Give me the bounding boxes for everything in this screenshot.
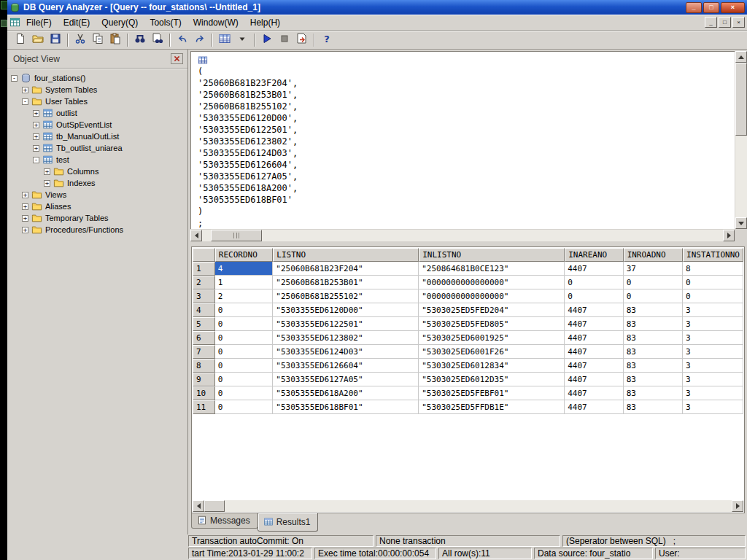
cut-button[interactable] <box>71 32 89 48</box>
expand-icon[interactable]: + <box>22 192 28 198</box>
grid-cell[interactable]: 0 <box>215 331 274 345</box>
grid-cell[interactable]: "0000000000000000" <box>419 289 565 303</box>
scrollbar-thumb[interactable] <box>735 63 747 136</box>
grid-cell[interactable]: 83 <box>624 359 683 373</box>
execute-script-button[interactable] <box>293 32 311 48</box>
scroll-down-button[interactable] <box>735 217 747 229</box>
find-next-button[interactable] <box>149 32 166 48</box>
tree-item-temporary-tables[interactable]: +Temporary Tables <box>11 212 186 224</box>
grid-cell[interactable]: 0 <box>624 276 683 289</box>
grid-cell[interactable]: 0 <box>215 386 274 400</box>
expand-icon[interactable]: + <box>44 180 50 187</box>
grid-cell[interactable]: "250864681B0CE123" <box>419 262 565 276</box>
row-number[interactable]: 5 <box>193 317 215 331</box>
grid-cell[interactable]: 4407 <box>565 303 623 317</box>
menu-item-file[interactable]: File(F) <box>20 15 58 30</box>
expand-icon[interactable]: + <box>44 168 50 175</box>
scrollbar-thumb[interactable] <box>211 230 262 241</box>
grid-cell[interactable]: "25060B681B23F204" <box>273 262 419 276</box>
grid-cell[interactable]: 4407 <box>565 359 623 373</box>
editor-vertical-scrollbar[interactable] <box>735 51 747 229</box>
grid-cell[interactable]: 37 <box>624 262 683 276</box>
grid-cell[interactable]: "5303025ED5FFDB1E" <box>419 400 565 414</box>
grid-cell[interactable]: 3 <box>683 331 743 345</box>
row-number[interactable]: 4 <box>193 303 215 317</box>
row-number[interactable]: 3 <box>193 289 215 303</box>
row-number[interactable]: 1 <box>193 262 215 276</box>
menu-item-query[interactable]: Query(Q) <box>96 15 144 30</box>
grid-cell[interactable]: "5303025ED5FEBF01" <box>419 386 565 400</box>
grid-cell[interactable]: 3 <box>683 373 743 386</box>
tree-item-outlist[interactable]: +outlist <box>11 107 186 119</box>
grid-cell[interactable]: "5303355ED6120D00" <box>273 303 419 317</box>
grid-cell[interactable]: "5303025ED5FED204" <box>419 303 565 317</box>
grid-cell[interactable]: 83 <box>624 373 683 386</box>
dropdown-arrow-button[interactable] <box>233 32 251 48</box>
grid-cell[interactable]: 0 <box>215 400 274 414</box>
paste-button[interactable] <box>107 32 124 48</box>
grid-cell[interactable]: "5303025ED6001925" <box>419 331 565 345</box>
grid-cell[interactable]: 2 <box>215 289 274 303</box>
tree-item-views[interactable]: +Views <box>11 189 186 201</box>
grid-cell[interactable]: 0 <box>215 373 274 386</box>
tree-item-columns[interactable]: +Columns <box>11 166 186 177</box>
scroll-left-button[interactable] <box>193 500 204 512</box>
mdi-minimize-button[interactable]: _ <box>705 17 717 28</box>
tree-item-aliases[interactable]: +Aliases <box>11 201 186 212</box>
grid-cell[interactable]: "5305355ED618BF01" <box>273 400 419 414</box>
grid-cell[interactable]: "5303025ED6012D35" <box>419 373 565 386</box>
table-grid-button[interactable] <box>216 32 233 48</box>
tree-item-tb-outlist-uniarea[interactable]: +Tb_outlist_uniarea <box>11 142 186 154</box>
expand-icon[interactable]: + <box>33 122 39 128</box>
tree-item-procedures-functions[interactable]: +Procedures/Functions <box>11 224 186 236</box>
grid-cell[interactable]: 0 <box>683 289 743 303</box>
scroll-up-button[interactable] <box>735 51 747 63</box>
row-number[interactable]: 2 <box>193 276 215 289</box>
mdi-restore-button[interactable]: □ <box>719 17 731 28</box>
grid-cell[interactable]: 83 <box>624 386 683 400</box>
menu-item-window[interactable]: Window(W) <box>187 15 244 30</box>
row-number[interactable]: 10 <box>193 386 215 400</box>
collapse-icon[interactable]: - <box>33 157 39 163</box>
minimize-button[interactable]: _ <box>686 2 702 13</box>
tree-item-indexes[interactable]: +Indexes <box>11 177 186 189</box>
tree-item-four-stations[interactable]: -four_stations() <box>11 72 186 84</box>
editor-horizontal-scrollbar[interactable] <box>190 230 735 241</box>
grid-cell[interactable]: 3 <box>683 317 743 331</box>
grid-cell[interactable]: 4407 <box>565 373 623 386</box>
close-object-view-button[interactable] <box>171 53 183 64</box>
row-number[interactable]: 7 <box>193 345 215 359</box>
grid-cell[interactable]: 3 <box>683 359 743 373</box>
column-header-instationno[interactable]: INSTATIONNO <box>683 248 743 262</box>
tree-item-system-tables[interactable]: +System Tables <box>11 84 186 96</box>
mdi-close-button[interactable]: × <box>732 17 745 28</box>
grid-cell[interactable]: 0 <box>215 303 274 317</box>
grid-corner[interactable] <box>193 248 215 262</box>
grid-cell[interactable]: 4407 <box>565 345 623 359</box>
grid-cell[interactable]: 0 <box>215 317 274 331</box>
grid-cell[interactable]: "5303355ED6126604" <box>273 359 419 373</box>
save-button[interactable] <box>47 32 64 48</box>
copy-button[interactable] <box>89 32 107 48</box>
row-number[interactable]: 9 <box>193 373 215 386</box>
sql-editor[interactable]: ('25060B681B23F204','25060B681B253B01','… <box>190 51 735 229</box>
menu-item-edit[interactable]: Edit(E) <box>58 15 96 30</box>
expand-icon[interactable]: + <box>22 87 28 93</box>
grid-cell[interactable]: "0000000000000000" <box>419 276 565 289</box>
grid-cell[interactable]: "5303355ED6122501" <box>273 317 419 331</box>
tree-item-user-tables[interactable]: -User Tables <box>11 96 186 107</box>
run-button[interactable] <box>258 32 276 48</box>
grid-cell[interactable]: 0 <box>215 345 274 359</box>
expand-icon[interactable]: + <box>22 215 28 222</box>
grid-cell[interactable]: "25060B681B253B01" <box>273 276 419 289</box>
scrollbar-track[interactable] <box>202 230 723 241</box>
grid-cell[interactable]: 1 <box>215 276 274 289</box>
grid-cell[interactable]: 83 <box>624 317 683 331</box>
scrollbar-thumb[interactable] <box>204 500 225 512</box>
row-number[interactable]: 11 <box>193 400 215 414</box>
grid-cell[interactable]: 83 <box>624 400 683 414</box>
scrollbar-track[interactable] <box>204 500 732 512</box>
find-button[interactable] <box>131 32 149 48</box>
grid-cell[interactable]: 0 <box>565 289 623 303</box>
grid-cell[interactable]: "5303355ED6127A05" <box>273 373 419 386</box>
